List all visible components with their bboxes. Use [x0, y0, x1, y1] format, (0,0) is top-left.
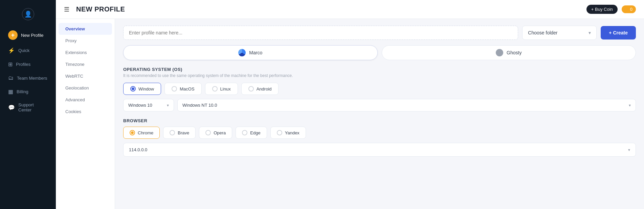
sidebar-item-team-members[interactable]: 🗂 Team Members — [3, 72, 53, 84]
sidebar-item-new-profile[interactable]: + New Profile — [3, 27, 53, 43]
browser-version-label: 114.0.0.0 — [129, 147, 147, 152]
profile-pill-ghosty[interactable]: Ghosty — [382, 45, 636, 60]
browser-option-yandex[interactable]: Yandex — [270, 127, 306, 139]
os-options-row: Window MacOS Linux Android — [123, 83, 636, 95]
os-option-macos-label: MacOS — [180, 86, 194, 92]
os-option-window[interactable]: Window — [123, 83, 161, 95]
radio-yandex — [277, 130, 282, 135]
main-content: Overview Proxy Extensions Timezone WebRT… — [56, 19, 644, 209]
browser-option-brave-label: Brave — [178, 130, 189, 135]
sidebar: 👤 + New Profile ⚡ Quick ⊞ Profiles 🗂 Tea… — [0, 0, 56, 209]
sub-sidebar-item-extensions[interactable]: Extensions — [59, 47, 112, 58]
radio-android — [248, 86, 254, 92]
support-icon: 💬 — [8, 104, 15, 111]
browser-option-opera[interactable]: Opera — [199, 127, 232, 139]
top-bar-right: + Buy Coin 0 — [586, 5, 636, 14]
billing-icon: ▦ — [8, 88, 13, 95]
avatar-section: 👤 — [0, 5, 56, 26]
os-option-macos[interactable]: MacOS — [164, 83, 201, 95]
os-version-label: Windows 10 — [128, 103, 152, 108]
sidebar-item-profiles-label: Profiles — [16, 62, 30, 67]
radio-window — [130, 86, 136, 92]
browser-option-chrome[interactable]: Chrome — [123, 127, 160, 139]
os-nt-dropdown[interactable]: Windows NT 10.0 ▾ — [177, 99, 636, 111]
profile-name-input[interactable] — [123, 26, 518, 40]
sidebar-item-support[interactable]: 💬 Support Center — [3, 99, 53, 116]
os-section-desc: It is recommended to use the same operat… — [123, 73, 636, 78]
radio-brave — [170, 130, 175, 135]
os-dropdowns-row: Windows 10 ▾ Windows NT 10.0 ▾ — [123, 99, 636, 111]
profile-pill-marco[interactable]: Marco — [123, 45, 378, 60]
ghost-icon — [496, 49, 503, 56]
sub-sidebar-item-overview[interactable]: Overview — [59, 23, 112, 35]
browser-option-edge[interactable]: Edge — [236, 127, 267, 139]
os-option-linux[interactable]: Linux — [205, 83, 238, 95]
globe-icon — [238, 49, 246, 56]
coin-dot-icon — [625, 8, 628, 11]
sub-sidebar-item-geolocation[interactable]: Geolocation — [59, 82, 112, 94]
content-panel: Choose folder ▾ + Create Marco Ghosty OP… — [115, 19, 644, 209]
os-option-android-label: Android — [257, 86, 272, 92]
avatar[interactable]: 👤 — [22, 8, 34, 20]
radio-linux — [212, 86, 218, 92]
browser-section-title: BROWSER — [123, 118, 636, 123]
radio-macos — [172, 86, 177, 92]
chevron-down-icon: ▾ — [589, 30, 591, 35]
browser-option-brave[interactable]: Brave — [163, 127, 196, 139]
sub-sidebar: Overview Proxy Extensions Timezone WebRT… — [56, 19, 115, 209]
browser-option-opera-label: Opera — [214, 130, 226, 135]
browser-options-row: Chrome Brave Opera Edge — [123, 127, 636, 139]
new-profile-icon: + — [8, 30, 18, 40]
os-option-window-label: Window — [138, 86, 154, 92]
folder-select-label: Choose folder — [528, 30, 557, 35]
sub-sidebar-item-advanced[interactable]: Advanced — [59, 94, 112, 106]
profile-pill-ghosty-label: Ghosty — [507, 50, 521, 55]
sidebar-item-billing-label: Billing — [17, 89, 28, 94]
sidebar-item-support-label: Support Center — [18, 102, 48, 112]
os-nt-label: Windows NT 10.0 — [182, 103, 217, 108]
os-section-title: OPERATING SYSTEM (OS) — [123, 67, 636, 72]
sidebar-item-quick-label: Quick — [18, 48, 29, 53]
sidebar-item-profiles[interactable]: ⊞ Profiles — [3, 58, 53, 71]
os-section: OPERATING SYSTEM (OS) It is recommended … — [123, 67, 636, 111]
buy-coin-button[interactable]: + Buy Coin — [586, 5, 618, 14]
top-bar: ☰ NEW PROFILE + Buy Coin 0 — [56, 0, 644, 19]
hamburger-icon[interactable]: ☰ — [64, 6, 69, 13]
chevron-down-icon: ▾ — [628, 148, 630, 152]
create-button-label: + Create — [609, 30, 628, 35]
browser-section: BROWSER Chrome Brave Opera — [123, 118, 636, 157]
radio-chrome — [130, 130, 135, 135]
profile-header-row: Choose folder ▾ + Create — [123, 26, 636, 40]
team-icon: 🗂 — [8, 75, 14, 81]
radio-edge — [242, 130, 247, 135]
page-title: NEW PROFILE — [76, 5, 125, 13]
browser-option-yandex-label: Yandex — [285, 130, 299, 135]
profile-pills-row: Marco Ghosty — [123, 45, 636, 60]
sidebar-item-billing[interactable]: ▦ Billing — [3, 85, 53, 98]
sub-sidebar-item-timezone[interactable]: Timezone — [59, 58, 112, 70]
coin-count: 0 — [630, 7, 632, 12]
os-version-dropdown[interactable]: Windows 10 ▾ — [123, 99, 174, 111]
sidebar-item-new-profile-label: New Profile — [21, 33, 43, 38]
profiles-icon: ⊞ — [8, 61, 13, 68]
sidebar-nav: + New Profile ⚡ Quick ⊞ Profiles 🗂 Team … — [0, 26, 56, 117]
os-option-android[interactable]: Android — [241, 83, 279, 95]
profile-pill-marco-label: Marco — [249, 50, 262, 55]
create-button[interactable]: + Create — [601, 26, 636, 40]
sidebar-item-team-label: Team Members — [17, 76, 47, 81]
chevron-down-icon: ▾ — [167, 103, 169, 108]
sub-sidebar-item-proxy[interactable]: Proxy — [59, 35, 112, 47]
browser-version-dropdown[interactable]: 114.0.0.0 ▾ — [123, 143, 636, 157]
sub-sidebar-item-webrtc[interactable]: WebRTC — [59, 70, 112, 82]
sidebar-item-quick[interactable]: ⚡ Quick — [3, 44, 53, 57]
chevron-down-icon: ▾ — [629, 103, 631, 108]
radio-opera — [205, 130, 211, 135]
browser-option-edge-label: Edge — [250, 130, 260, 135]
sub-sidebar-item-cookies[interactable]: Cookies — [59, 106, 112, 117]
browser-option-chrome-label: Chrome — [138, 130, 153, 135]
folder-select[interactable]: Choose folder ▾ — [522, 26, 597, 40]
quick-icon: ⚡ — [8, 47, 15, 54]
buy-coin-label: + Buy Coin — [591, 7, 613, 12]
os-option-linux-label: Linux — [220, 86, 231, 92]
coin-badge: 0 — [622, 5, 636, 13]
